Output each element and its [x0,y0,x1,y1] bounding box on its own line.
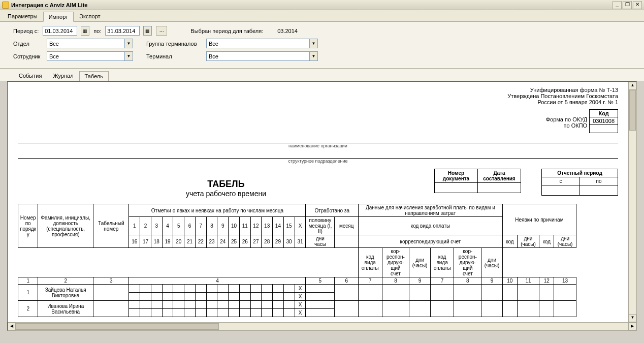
horizontal-scrollbar[interactable]: ◀ ▶ [8,322,636,330]
okud-label: Форма по ОКУД [546,116,588,122]
app-icon [2,2,9,9]
subtab-journal[interactable]: Журнал [47,71,79,81]
term-group-label: Группа терминалов [146,41,202,47]
scroll-left-icon[interactable]: ◀ [8,323,16,330]
struct-sub: структурное подразделение [18,159,618,164]
scroll-up-icon[interactable]: ▲ [629,82,636,90]
day-header: 14 [273,217,284,235]
report-to-label: по [580,177,618,185]
subtab-events[interactable]: События [13,71,47,81]
row-tabnum [93,301,129,317]
day-cell [229,309,240,317]
report-period-table: Отчетный период с по [541,169,618,196]
close-button[interactable]: ✕ [633,1,642,9]
day-cell [273,309,284,317]
day-cell [173,293,184,301]
period-to-field[interactable] [105,26,140,36]
maximize-button[interactable]: ❐ [623,1,632,9]
dept-value: Все [47,41,124,47]
filter-panel: Период с: ▦ по: ▦ ... Выбран период для … [0,22,644,69]
hscroll-thumb[interactable] [16,323,219,330]
day-cell [217,309,229,317]
chevron-down-icon: ▼ [309,52,317,60]
day-header: 12 [250,217,262,235]
day-cell [129,301,140,309]
tab-import[interactable]: Импорт [43,12,74,22]
day-header: 2 [140,217,151,235]
subtab-timesheet[interactable]: Табель [79,71,109,81]
colnum: 8 [454,277,481,285]
abs-cell [517,301,539,317]
day-cell [184,309,196,317]
day-cell [173,285,184,293]
calendar-from-button[interactable]: ▦ [81,26,89,36]
scroll-down-icon[interactable]: ▼ [629,314,636,322]
col-marks: Отметки о явках и неявках на работу по ч… [129,204,306,217]
col-code: код [502,235,517,248]
tab-parameters[interactable]: Параметры [2,11,43,21]
day-cell [283,309,295,317]
day-cell [239,293,250,301]
document-scroll[interactable]: Унифицированная форма № Т-13 Утверждена … [8,82,628,322]
period-to-input[interactable] [107,28,138,34]
report-period-label: Отчетный период [542,169,618,177]
period-from-input[interactable] [45,28,75,34]
report-from-label: с [542,177,580,185]
day-header: 20 [173,235,184,248]
employee-value: Все [47,53,124,59]
day-cell [162,301,173,309]
day-header: 9 [217,217,229,235]
scroll-thumb[interactable] [629,90,636,131]
day-cell [195,293,206,301]
minimize-button[interactable]: _ [613,1,622,9]
dept-label: Отдел [13,41,43,47]
pay-cell [358,301,382,317]
day-header: 4 [162,217,173,235]
day-header: 29 [273,235,284,248]
calendar-to-button[interactable]: ▦ [143,26,152,36]
doc-date-label: Дата составления [478,169,521,183]
pay-cell [382,285,409,301]
col-fio: Фамилия, инициалы, должность (специально… [38,204,93,248]
period-more-button[interactable]: ... [156,26,167,36]
colnum: 7 [430,277,454,285]
okud-value: 0301008 [590,117,618,125]
colnum: 7 [358,277,382,285]
form-line1: Унифицированная форма № Т-13 [18,87,618,93]
day-cell [173,309,184,317]
day-cell [195,309,206,317]
day-cell [283,293,295,301]
day-cell [239,285,250,293]
top-tabs: Параметры Импорт Экспорт [0,10,644,22]
terminal-combo[interactable]: Все ▼ [206,51,318,61]
colnum: 6 [335,277,359,285]
abs-cell [517,285,539,301]
day-cell [229,293,240,301]
day-cell [273,293,284,301]
day-header: 3 [151,217,162,235]
x-cell: X [295,293,306,301]
dept-combo[interactable]: Все ▼ [47,39,133,48]
day-cell [250,285,262,293]
col-corr: корреспондирующий счет [358,235,502,248]
x-cell: X [295,285,306,293]
period-to-label: по: [93,28,101,34]
col-month: месяц [335,217,359,235]
chevron-down-icon: ▼ [309,39,317,48]
employee-combo[interactable]: Все ▼ [47,51,133,61]
day-cell [273,285,284,293]
day-cell [151,285,162,293]
day-header: X [295,217,306,235]
tab-export[interactable]: Экспорт [74,11,106,21]
col-days-hours: дни (часы) [517,235,539,248]
doc-num-label: Номер документа [435,169,478,183]
doc-num-date-table: Номер документа Дата составления [434,169,521,193]
period-from-field[interactable] [43,26,77,36]
col-code: код [539,235,554,248]
scroll-right-icon[interactable]: ▶ [628,323,636,330]
day-header: 11 [239,217,250,235]
term-group-combo[interactable]: Все ▼ [206,39,318,48]
day-cell [140,301,151,309]
col-days-hours: дни (часы) [409,248,430,277]
vertical-scrollbar[interactable]: ▲ ▼ [628,82,636,322]
